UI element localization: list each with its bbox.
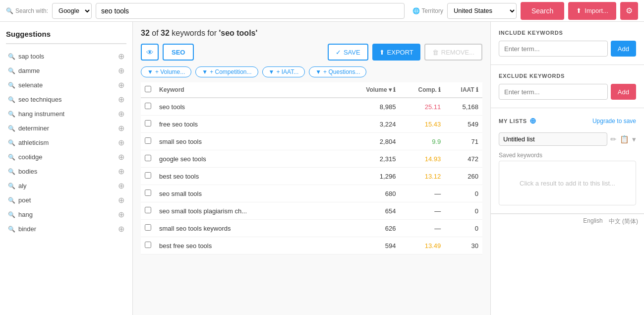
sidebar-item[interactable]: 🔍 seo techniques ⊕: [6, 92, 126, 107]
add-keyword-icon[interactable]: ⊕: [118, 52, 124, 61]
saved-keywords-label: Saved keywords: [499, 152, 636, 159]
filter-iaat[interactable]: ▼ + IAAT...: [262, 66, 305, 77]
search-engine-select[interactable]: Google: [52, 3, 92, 19]
lang-chinese[interactable]: 中文 (简体): [609, 217, 638, 226]
row-checkbox[interactable]: [145, 207, 151, 213]
add-keyword-icon[interactable]: ⊕: [118, 181, 124, 190]
exclude-input-row: Add: [499, 84, 636, 100]
sidebar-item[interactable]: 🔍 poet ⊕: [6, 193, 126, 207]
lang-english[interactable]: English: [583, 217, 602, 226]
keyword-cell[interactable]: best seo tools: [155, 168, 296, 185]
keyword-cell[interactable]: seo small tools plagiarism ch...: [155, 202, 296, 220]
keyword-cell[interactable]: small seo tools: [155, 133, 296, 150]
comp-cell: —: [400, 185, 445, 202]
row-checkbox[interactable]: [145, 189, 151, 196]
row-checkbox[interactable]: [145, 137, 151, 144]
add-keyword-icon[interactable]: ⊕: [118, 152, 124, 162]
include-keywords-section: INCLUDE KEYWORDS Add: [491, 22, 644, 65]
keyword-cell[interactable]: best free seo tools: [155, 237, 296, 254]
row-checkbox[interactable]: [145, 224, 151, 231]
keyword-input[interactable]: [96, 3, 405, 19]
eye-icon: 👁: [146, 48, 154, 57]
sidebar-item[interactable]: 🔍 hang ⊕: [6, 207, 126, 222]
iaat-cell: 0: [445, 185, 482, 202]
add-keyword-icon[interactable]: ⊕: [118, 95, 124, 104]
sparkline-cell: [296, 202, 344, 220]
add-keyword-icon[interactable]: ⊕: [118, 66, 124, 75]
sidebar-item[interactable]: 🔍 sap tools ⊕: [6, 49, 126, 63]
keyword-cell[interactable]: seo tools: [155, 98, 296, 116]
sidebar-item[interactable]: 🔍 athleticism ⊕: [6, 135, 126, 150]
sidebar-item[interactable]: 🔍 damme ⊕: [6, 63, 126, 78]
volume-cell: 680: [344, 185, 400, 202]
list-name-input[interactable]: [499, 132, 607, 146]
copy-list-icon[interactable]: 📋: [620, 135, 629, 144]
add-keyword-icon[interactable]: ⊕: [118, 195, 124, 205]
col-sparkline: [296, 82, 344, 98]
seo-button[interactable]: SEO: [163, 44, 194, 61]
search-icon: 🔍: [8, 183, 15, 189]
settings-button[interactable]: ⚙: [620, 2, 638, 20]
comp-cell: 13.49: [400, 237, 445, 254]
keyword-cell[interactable]: small seo tools keywords: [155, 220, 296, 237]
keyword-cell[interactable]: free seo tools: [155, 116, 296, 133]
search-button[interactable]: Search: [521, 2, 564, 20]
import-button[interactable]: ⬆ Import...: [568, 2, 616, 20]
add-keyword-icon[interactable]: ⊕: [118, 80, 124, 90]
keyword-cell[interactable]: seo small tools: [155, 185, 296, 202]
sparkline-cell: [296, 133, 344, 150]
sidebar-item[interactable]: 🔍 coolidge ⊕: [6, 150, 126, 164]
table-row: small seo tools 2,804 9.9 71: [141, 133, 482, 150]
col-volume[interactable]: Volume ▾ ℹ: [344, 82, 400, 98]
sidebar-item[interactable]: 🔍 aly ⊕: [6, 179, 126, 193]
eye-button[interactable]: 👁: [141, 44, 159, 61]
add-keyword-icon[interactable]: ⊕: [118, 138, 124, 147]
iaat-cell: 549: [445, 116, 482, 133]
filter-icon: ▼: [315, 68, 321, 75]
add-keyword-icon[interactable]: ⊕: [118, 124, 124, 133]
export-icon: ⬆: [379, 49, 385, 56]
save-button[interactable]: ✓ SAVE: [328, 44, 368, 61]
add-keyword-icon[interactable]: ⊕: [118, 167, 124, 176]
include-input-row: Add: [499, 41, 636, 57]
main-layout: Suggestions 🔍 sap tools ⊕ 🔍 damme ⊕ 🔍: [0, 22, 644, 315]
filter-questions[interactable]: ▼ + Questions...: [309, 66, 366, 77]
chevron-down-icon[interactable]: ▾: [632, 135, 636, 144]
sidebar-item[interactable]: 🔍 determiner ⊕: [6, 121, 126, 135]
sidebar-item[interactable]: 🔍 bodies ⊕: [6, 164, 126, 179]
volume-cell: 2,315: [344, 150, 400, 168]
filter-volume[interactable]: ▼ + Volume...: [141, 66, 191, 77]
comp-cell: —: [400, 202, 445, 220]
remove-button[interactable]: 🗑 REMOVE...: [424, 44, 482, 61]
search-icon: 🔍: [8, 139, 15, 146]
volume-cell: 654: [344, 202, 400, 220]
exclude-term-input[interactable]: [499, 84, 608, 100]
add-keyword-icon[interactable]: ⊕: [118, 210, 124, 219]
filter-competition[interactable]: ▼ + Competition...: [195, 66, 258, 77]
search-icon: 🔍: [8, 168, 15, 175]
row-checkbox[interactable]: [145, 172, 151, 179]
select-all-checkbox[interactable]: [145, 86, 151, 92]
row-checkbox[interactable]: [145, 103, 151, 109]
territory-select[interactable]: United States: [447, 3, 517, 19]
sidebar-item[interactable]: 🔍 hang instrument ⊕: [6, 107, 126, 121]
add-keyword-icon[interactable]: ⊕: [118, 224, 124, 234]
add-keyword-icon[interactable]: ⊕: [118, 109, 124, 119]
filter-bar: ▼ + Volume... ▼ + Competition... ▼ + IAA…: [141, 66, 482, 77]
exclude-add-button[interactable]: Add: [611, 84, 636, 100]
edit-list-icon[interactable]: ✏: [610, 135, 617, 144]
add-list-icon[interactable]: ⊕: [529, 116, 536, 126]
row-checkbox[interactable]: [145, 120, 151, 126]
exclude-keywords-title: EXCLUDE KEYWORDS: [499, 73, 636, 79]
iaat-cell: 0: [445, 220, 482, 237]
include-add-button[interactable]: Add: [611, 41, 636, 57]
filter-icon: ▼: [269, 68, 275, 75]
upgrade-link[interactable]: Upgrade to save: [592, 118, 636, 125]
row-checkbox[interactable]: [145, 242, 151, 248]
keyword-cell[interactable]: google seo tools: [155, 150, 296, 168]
export-button[interactable]: ⬆ EXPORT: [372, 44, 420, 61]
sidebar-item[interactable]: 🔍 binder ⊕: [6, 222, 126, 236]
include-term-input[interactable]: [499, 41, 608, 57]
row-checkbox[interactable]: [145, 155, 151, 161]
sidebar-item[interactable]: 🔍 selenate ⊕: [6, 78, 126, 92]
